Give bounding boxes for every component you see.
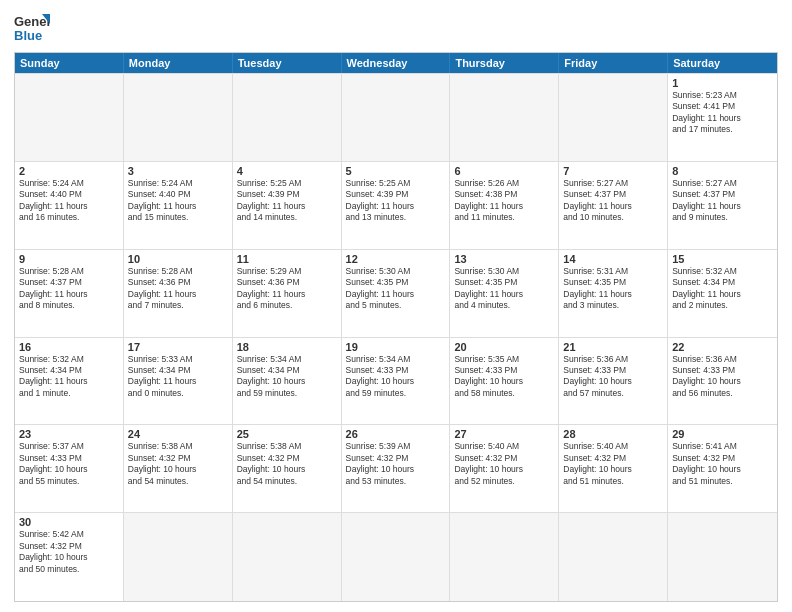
day-number: 24 [128, 428, 228, 440]
table-row: 27Sunrise: 5:40 AM Sunset: 4:32 PM Dayli… [450, 425, 559, 512]
day-number: 14 [563, 253, 663, 265]
table-row: 20Sunrise: 5:35 AM Sunset: 4:33 PM Dayli… [450, 338, 559, 425]
day-info: Sunrise: 5:34 AM Sunset: 4:34 PM Dayligh… [237, 354, 337, 400]
day-info: Sunrise: 5:32 AM Sunset: 4:34 PM Dayligh… [19, 354, 119, 400]
day-info: Sunrise: 5:37 AM Sunset: 4:33 PM Dayligh… [19, 441, 119, 487]
day-number: 6 [454, 165, 554, 177]
day-info: Sunrise: 5:41 AM Sunset: 4:32 PM Dayligh… [672, 441, 773, 487]
table-row: 16Sunrise: 5:32 AM Sunset: 4:34 PM Dayli… [15, 338, 124, 425]
day-number: 27 [454, 428, 554, 440]
table-row: 11Sunrise: 5:29 AM Sunset: 4:36 PM Dayli… [233, 250, 342, 337]
day-info: Sunrise: 5:29 AM Sunset: 4:36 PM Dayligh… [237, 266, 337, 312]
day-info: Sunrise: 5:38 AM Sunset: 4:32 PM Dayligh… [237, 441, 337, 487]
calendar-header: SundayMondayTuesdayWednesdayThursdayFrid… [15, 53, 777, 73]
day-number: 10 [128, 253, 228, 265]
day-info: Sunrise: 5:42 AM Sunset: 4:32 PM Dayligh… [19, 529, 119, 575]
day-number: 1 [672, 77, 773, 89]
table-row [559, 513, 668, 601]
day-info: Sunrise: 5:40 AM Sunset: 4:32 PM Dayligh… [454, 441, 554, 487]
day-info: Sunrise: 5:30 AM Sunset: 4:35 PM Dayligh… [346, 266, 446, 312]
table-row: 3Sunrise: 5:24 AM Sunset: 4:40 PM Daylig… [124, 162, 233, 249]
table-row: 25Sunrise: 5:38 AM Sunset: 4:32 PM Dayli… [233, 425, 342, 512]
day-number: 28 [563, 428, 663, 440]
day-info: Sunrise: 5:32 AM Sunset: 4:34 PM Dayligh… [672, 266, 773, 312]
table-row: 7Sunrise: 5:27 AM Sunset: 4:37 PM Daylig… [559, 162, 668, 249]
table-row: 5Sunrise: 5:25 AM Sunset: 4:39 PM Daylig… [342, 162, 451, 249]
calendar-week-6: 30Sunrise: 5:42 AM Sunset: 4:32 PM Dayli… [15, 513, 777, 601]
day-number: 16 [19, 341, 119, 353]
day-info: Sunrise: 5:40 AM Sunset: 4:32 PM Dayligh… [563, 441, 663, 487]
table-row: 9Sunrise: 5:28 AM Sunset: 4:37 PM Daylig… [15, 250, 124, 337]
day-info: Sunrise: 5:38 AM Sunset: 4:32 PM Dayligh… [128, 441, 228, 487]
day-info: Sunrise: 5:35 AM Sunset: 4:33 PM Dayligh… [454, 354, 554, 400]
day-number: 13 [454, 253, 554, 265]
day-info: Sunrise: 5:39 AM Sunset: 4:32 PM Dayligh… [346, 441, 446, 487]
table-row [124, 513, 233, 601]
table-row: 28Sunrise: 5:40 AM Sunset: 4:32 PM Dayli… [559, 425, 668, 512]
day-info: Sunrise: 5:33 AM Sunset: 4:34 PM Dayligh… [128, 354, 228, 400]
table-row [233, 74, 342, 161]
table-row: 15Sunrise: 5:32 AM Sunset: 4:34 PM Dayli… [668, 250, 777, 337]
day-header-saturday: Saturday [668, 53, 777, 73]
header: General Blue [14, 10, 778, 46]
day-info: Sunrise: 5:30 AM Sunset: 4:35 PM Dayligh… [454, 266, 554, 312]
table-row: 12Sunrise: 5:30 AM Sunset: 4:35 PM Dayli… [342, 250, 451, 337]
day-number: 12 [346, 253, 446, 265]
table-row: 10Sunrise: 5:28 AM Sunset: 4:36 PM Dayli… [124, 250, 233, 337]
day-info: Sunrise: 5:27 AM Sunset: 4:37 PM Dayligh… [672, 178, 773, 224]
calendar-week-1: 1Sunrise: 5:23 AM Sunset: 4:41 PM Daylig… [15, 74, 777, 162]
day-number: 29 [672, 428, 773, 440]
table-row [450, 513, 559, 601]
day-header-monday: Monday [124, 53, 233, 73]
day-header-sunday: Sunday [15, 53, 124, 73]
table-row: 13Sunrise: 5:30 AM Sunset: 4:35 PM Dayli… [450, 250, 559, 337]
logo: General Blue [14, 10, 50, 46]
day-info: Sunrise: 5:25 AM Sunset: 4:39 PM Dayligh… [237, 178, 337, 224]
day-header-tuesday: Tuesday [233, 53, 342, 73]
day-info: Sunrise: 5:36 AM Sunset: 4:33 PM Dayligh… [672, 354, 773, 400]
calendar-week-5: 23Sunrise: 5:37 AM Sunset: 4:33 PM Dayli… [15, 425, 777, 513]
day-number: 3 [128, 165, 228, 177]
general-blue-icon: General Blue [14, 10, 50, 46]
table-row: 8Sunrise: 5:27 AM Sunset: 4:37 PM Daylig… [668, 162, 777, 249]
day-number: 25 [237, 428, 337, 440]
table-row: 21Sunrise: 5:36 AM Sunset: 4:33 PM Dayli… [559, 338, 668, 425]
day-number: 8 [672, 165, 773, 177]
table-row: 19Sunrise: 5:34 AM Sunset: 4:33 PM Dayli… [342, 338, 451, 425]
day-number: 22 [672, 341, 773, 353]
day-number: 23 [19, 428, 119, 440]
day-header-friday: Friday [559, 53, 668, 73]
calendar: SundayMondayTuesdayWednesdayThursdayFrid… [14, 52, 778, 602]
day-number: 11 [237, 253, 337, 265]
day-info: Sunrise: 5:31 AM Sunset: 4:35 PM Dayligh… [563, 266, 663, 312]
table-row: 1Sunrise: 5:23 AM Sunset: 4:41 PM Daylig… [668, 74, 777, 161]
table-row: 30Sunrise: 5:42 AM Sunset: 4:32 PM Dayli… [15, 513, 124, 601]
day-info: Sunrise: 5:28 AM Sunset: 4:36 PM Dayligh… [128, 266, 228, 312]
day-number: 5 [346, 165, 446, 177]
svg-text:Blue: Blue [14, 28, 42, 43]
day-info: Sunrise: 5:25 AM Sunset: 4:39 PM Dayligh… [346, 178, 446, 224]
table-row [15, 74, 124, 161]
table-row: 29Sunrise: 5:41 AM Sunset: 4:32 PM Dayli… [668, 425, 777, 512]
table-row [342, 74, 451, 161]
day-number: 17 [128, 341, 228, 353]
table-row: 14Sunrise: 5:31 AM Sunset: 4:35 PM Dayli… [559, 250, 668, 337]
table-row: 4Sunrise: 5:25 AM Sunset: 4:39 PM Daylig… [233, 162, 342, 249]
day-info: Sunrise: 5:24 AM Sunset: 4:40 PM Dayligh… [19, 178, 119, 224]
table-row: 17Sunrise: 5:33 AM Sunset: 4:34 PM Dayli… [124, 338, 233, 425]
table-row: 2Sunrise: 5:24 AM Sunset: 4:40 PM Daylig… [15, 162, 124, 249]
day-number: 30 [19, 516, 119, 528]
table-row [233, 513, 342, 601]
day-info: Sunrise: 5:24 AM Sunset: 4:40 PM Dayligh… [128, 178, 228, 224]
day-header-wednesday: Wednesday [342, 53, 451, 73]
day-info: Sunrise: 5:23 AM Sunset: 4:41 PM Dayligh… [672, 90, 773, 136]
day-number: 21 [563, 341, 663, 353]
day-number: 26 [346, 428, 446, 440]
day-number: 15 [672, 253, 773, 265]
table-row: 6Sunrise: 5:26 AM Sunset: 4:38 PM Daylig… [450, 162, 559, 249]
table-row [668, 513, 777, 601]
calendar-week-2: 2Sunrise: 5:24 AM Sunset: 4:40 PM Daylig… [15, 162, 777, 250]
table-row [124, 74, 233, 161]
day-info: Sunrise: 5:34 AM Sunset: 4:33 PM Dayligh… [346, 354, 446, 400]
day-info: Sunrise: 5:36 AM Sunset: 4:33 PM Dayligh… [563, 354, 663, 400]
